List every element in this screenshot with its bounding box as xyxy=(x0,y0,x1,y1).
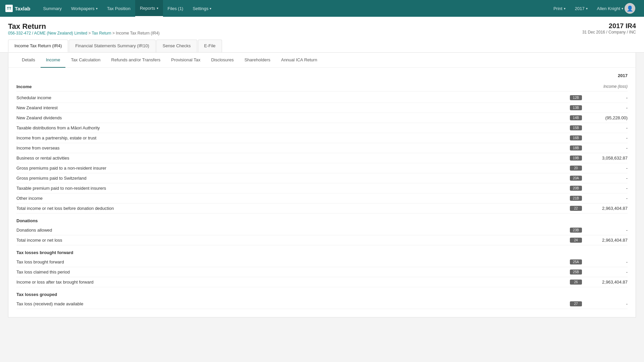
badge-15b: 15B xyxy=(570,125,582,130)
subtab-disclosures[interactable]: Disclosures xyxy=(206,53,239,68)
badge-23b: 23B xyxy=(570,228,582,233)
row-business-rental: Business or rental activities 19B 3,058,… xyxy=(16,153,628,163)
badge-24: 24 xyxy=(570,238,582,243)
badge-19b: 19B xyxy=(570,156,582,161)
subtab-details[interactable]: Details xyxy=(16,53,41,68)
row-nz-interest: New Zealand interest 13B - xyxy=(16,103,628,113)
row-other-income: Other income 21B - xyxy=(16,193,628,203)
nav-files[interactable]: Files (1) xyxy=(163,0,188,17)
subtab-shareholders[interactable]: Shareholders xyxy=(239,53,276,68)
badge-25a: 25A xyxy=(570,259,582,264)
badge-25b: 25B xyxy=(570,269,582,275)
row-income-after-tax-forward: Income or loss after tax brought forward… xyxy=(16,277,628,287)
row-income-overseas: Income from overseas 18B - xyxy=(16,143,628,153)
badge-20a: 20A xyxy=(570,176,582,181)
tax-losses-forward-title: Tax losses brought forward xyxy=(16,245,628,257)
tab-income-tax-return[interactable]: Income Tax Return (IR4) xyxy=(8,40,68,52)
row-partnership-estate: Income from a partnership, estate or tru… xyxy=(16,133,628,143)
user-menu[interactable]: Allen Knight ▾ 👤 xyxy=(594,0,639,17)
income-col-label: Income (loss) xyxy=(603,84,628,89)
subtab-refunds[interactable]: Refunds and/or Transfers xyxy=(106,53,166,68)
main-content: Details Income Tax Calculation Refunds a… xyxy=(0,53,644,325)
row-total-income-before-donation: Total income or net loss before donation… xyxy=(16,203,628,214)
sub-tabs: Details Income Tax Calculation Refunds a… xyxy=(8,53,636,68)
print-button[interactable]: Print ▾ xyxy=(550,0,569,17)
nav-reports[interactable]: Reports ▾ xyxy=(135,0,163,17)
doc-sub: 31 Dec 2016 / Company / INC xyxy=(582,30,636,35)
breadcrumb-return[interactable]: Tax Return xyxy=(92,31,111,36)
year-selector[interactable]: 2017 ▾ xyxy=(572,0,591,17)
tab-efile[interactable]: E-File xyxy=(198,40,222,52)
doc-id: 2017 IR4 xyxy=(582,22,636,30)
badge-16b: 16B xyxy=(570,135,582,140)
row-maori-authority: Taxable distributions from a Māori Autho… xyxy=(16,123,628,133)
subtab-tax-calculation[interactable]: Tax Calculation xyxy=(65,53,106,68)
tab-sense-checks[interactable]: Sense Checks xyxy=(156,40,197,52)
nav-summary[interactable]: Summary xyxy=(38,0,66,17)
nav-tax-position[interactable]: Tax Position xyxy=(102,0,135,17)
badge-20: 20 xyxy=(570,166,582,171)
donations-section-title: Donations xyxy=(16,214,628,225)
nav-workpapers[interactable]: Workpapers ▾ xyxy=(66,0,102,17)
reports-caret: ▾ xyxy=(157,6,158,10)
badge-20b: 20B xyxy=(570,186,582,191)
logo-box: TT xyxy=(5,5,13,12)
subtab-income[interactable]: Income xyxy=(41,53,66,68)
inner-panel: Details Income Tax Calculation Refunds a… xyxy=(8,53,636,317)
breadcrumb: 056-332-472 / ACME (New Zealand) Limited… xyxy=(8,31,160,36)
subtab-provisional-tax[interactable]: Provisional Tax xyxy=(166,53,206,68)
table-content: 2017 Income Income (loss) Schedular inco… xyxy=(8,68,636,317)
app-logo[interactable]: TT Taxlab xyxy=(5,5,30,12)
year-caret: ▾ xyxy=(586,7,588,10)
settings-caret: ▾ xyxy=(210,7,211,10)
top-navigation: TT Taxlab Summary Workpapers ▾ Tax Posit… xyxy=(0,0,644,17)
income-section-header: Income Income (loss) xyxy=(16,81,628,92)
user-avatar: 👤 xyxy=(625,3,635,14)
nav-settings[interactable]: Settings ▾ xyxy=(188,0,216,17)
row-gross-premiums-nonresident: Gross premiums paid to a non-resident in… xyxy=(16,163,628,173)
badge-13b: 13B xyxy=(570,105,582,110)
user-caret: ▾ xyxy=(622,7,623,10)
badge-18b: 18B xyxy=(570,145,582,150)
row-tax-loss-brought-forward: Tax loss brought forward 25A - xyxy=(16,257,628,267)
page-header: Tax Return 056-332-472 / ACME (New Zeala… xyxy=(0,17,644,53)
income-section-title: Income xyxy=(16,84,32,89)
print-caret: ▾ xyxy=(564,7,566,10)
badge-26: 26 xyxy=(570,280,582,285)
badge-21b: 21B xyxy=(570,196,582,201)
badge-27: 27 xyxy=(570,301,582,306)
tax-losses-grouped-title: Tax losses grouped xyxy=(16,287,628,299)
badge-12b: 12B xyxy=(570,95,582,100)
row-nz-dividends: New Zealand dividends 14B (95,228.00) xyxy=(16,113,628,123)
breadcrumb-company[interactable]: 056-332-472 / ACME (New Zealand) Limited xyxy=(8,31,87,36)
topnav-right: Print ▾ 2017 ▾ Allen Knight ▾ 👤 xyxy=(550,0,639,17)
row-donations-allowed: Donations allowed 23B - xyxy=(16,225,628,235)
workpapers-caret: ▾ xyxy=(96,7,98,10)
brand-name: Taxlab xyxy=(15,6,30,11)
year-header: 2017 xyxy=(16,68,628,81)
tab-financial-statements[interactable]: Financial Statements Summary (IR10) xyxy=(69,40,155,52)
badge-22: 22 xyxy=(570,206,582,211)
badge-14b: 14B xyxy=(570,115,582,120)
row-total-income-net-loss: Total income or net loss 24 2,963,404.87 xyxy=(16,235,628,245)
doc-info: 2017 IR4 31 Dec 2016 / Company / INC xyxy=(582,22,636,35)
row-gross-premiums-switzerland: Gross premiums paid to Switzerland 20A - xyxy=(16,173,628,183)
page-title: Tax Return xyxy=(8,22,160,31)
row-tax-loss-claimed: Tax loss claimed this period 25B - xyxy=(16,267,628,277)
row-schedular-income: Schedular income 12B - xyxy=(16,93,628,103)
row-taxable-premium: Taxable premium paid to non-resident ins… xyxy=(16,183,628,193)
main-tabs: Income Tax Return (IR4) Financial Statem… xyxy=(8,40,636,52)
breadcrumb-current: Income Tax Return (IR4) xyxy=(116,31,160,36)
row-tax-loss-received: Tax loss (received) made available 27 - xyxy=(16,299,628,309)
subtab-annual-ica[interactable]: Annual ICA Return xyxy=(276,53,323,68)
